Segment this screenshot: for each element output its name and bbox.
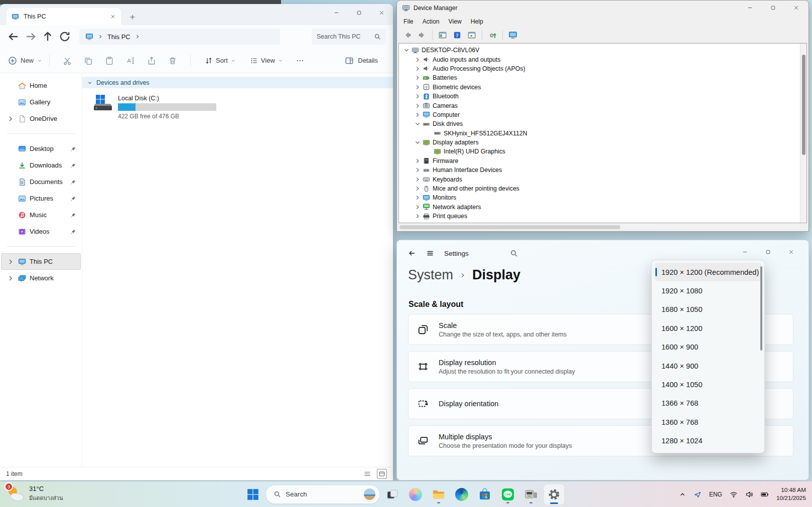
help-button[interactable]: ?: [451, 29, 464, 41]
resolution-option-1920-1080[interactable]: 1920 × 1080: [655, 281, 761, 300]
paste-button[interactable]: [105, 56, 114, 65]
maximize-button[interactable]: [348, 4, 370, 21]
sidebar-item-gallery[interactable]: Gallery: [1, 94, 81, 110]
search-icon[interactable]: [374, 33, 381, 40]
tree-item-audio-processing-objects-apos[interactable]: Audio Processing Objects (APOs): [400, 64, 806, 73]
resolution-option-1440-900[interactable]: 1440 × 900: [655, 357, 761, 375]
rename-button[interactable]: A: [126, 56, 135, 65]
resolution-option-1920-1200-recommended[interactable]: 1920 × 1200 (Recommended): [655, 263, 761, 281]
devices-view-button[interactable]: [506, 29, 519, 41]
up-button[interactable]: [41, 30, 54, 43]
chevron-down-icon[interactable]: [414, 120, 421, 127]
view-button[interactable]: View: [250, 57, 283, 65]
address-segment[interactable]: This PC: [107, 33, 130, 41]
chevron-right-icon[interactable]: [414, 84, 421, 91]
horizontal-scrollbar[interactable]: [398, 224, 800, 230]
chevron-right-icon[interactable]: [7, 258, 15, 266]
device-manager-button[interactable]: [521, 484, 541, 504]
tree-item-cameras[interactable]: Cameras: [400, 101, 806, 110]
group-header-devices-and-drives[interactable]: Devices and drives: [82, 77, 393, 88]
microsoft-store-button[interactable]: [475, 484, 495, 504]
forward-button[interactable]: [24, 30, 37, 43]
weather-widget[interactable]: 3 31°C มีแดดบางส่วน: [6, 484, 63, 503]
dropdown-scrollbar-thumb[interactable]: [760, 266, 762, 351]
scrollbar-thumb[interactable]: [802, 55, 805, 155]
tree-item-monitors[interactable]: Monitors: [400, 193, 806, 202]
file-explorer-button[interactable]: [429, 484, 449, 504]
sidebar-item-onedrive[interactable]: OneDrive: [1, 110, 81, 127]
share-button[interactable]: [147, 56, 156, 65]
chevron-down-icon[interactable]: [403, 47, 410, 54]
location-icon[interactable]: [694, 490, 702, 498]
drive-local-disk-c[interactable]: Local Disk (C:) 422 GB free of 476 GB: [93, 95, 393, 120]
sidebar-item-music[interactable]: Music: [1, 207, 81, 223]
volume-icon[interactable]: [745, 490, 753, 498]
settings-button[interactable]: [544, 484, 564, 504]
taskbar-search[interactable]: Search: [266, 485, 379, 503]
minimize-button[interactable]: [325, 4, 348, 21]
chevron-right-icon[interactable]: [414, 102, 421, 109]
sidebar-item-downloads[interactable]: Downloads: [1, 157, 81, 174]
chevron-right-icon[interactable]: [134, 34, 141, 40]
refresh-button[interactable]: [58, 30, 71, 43]
resolution-option-1600-1200[interactable]: 1600 × 1200: [655, 319, 761, 337]
list-view-toggle[interactable]: [362, 469, 372, 479]
chevron-right-icon[interactable]: [414, 56, 421, 63]
resolution-option-1366-768[interactable]: 1366 × 768: [655, 394, 761, 413]
start-button[interactable]: [243, 484, 263, 504]
tree-item-biometric-devices[interactable]: Biometric devices: [400, 83, 806, 92]
show-console-tree-button[interactable]: [436, 29, 449, 41]
chevron-right-icon[interactable]: [7, 115, 15, 123]
tree-item-desktop-c8vl06v[interactable]: DESKTOP-C8VL06V: [400, 46, 806, 55]
chevron-right-icon[interactable]: [414, 185, 421, 192]
chevron-right-icon[interactable]: [414, 213, 421, 220]
tree-item-network-adapters[interactable]: Network adapters: [400, 203, 806, 212]
address-bar[interactable]: This PC: [79, 29, 280, 45]
tree-item-display-adapters[interactable]: Display adapters: [400, 138, 806, 147]
sidebar-item-network[interactable]: Network: [1, 270, 81, 286]
sort-button[interactable]: Sort: [205, 57, 236, 65]
tree-item-disk-drives[interactable]: Disk drives: [400, 119, 806, 128]
resolution-option-1280-1024[interactable]: 1280 × 1024: [655, 432, 761, 450]
resolution-option-1400-1050[interactable]: 1400 × 1050: [655, 375, 761, 394]
tree-item-intel-r-uhd-graphics[interactable]: Intel(R) UHD Graphics: [400, 147, 806, 156]
show-action-pane-button[interactable]: [465, 29, 478, 41]
tray-overflow-button[interactable]: [679, 491, 686, 498]
chevron-right-icon[interactable]: [414, 166, 421, 174]
settings-search-icon[interactable]: [510, 249, 518, 257]
forward-button[interactable]: [416, 29, 429, 41]
large-view-toggle[interactable]: [377, 469, 387, 479]
close-button[interactable]: [370, 4, 393, 21]
edge-button[interactable]: [452, 484, 472, 504]
copy-button[interactable]: [84, 56, 93, 65]
chevron-right-icon[interactable]: [97, 34, 103, 40]
menu-action[interactable]: Action: [418, 17, 444, 27]
sidebar-item-pictures[interactable]: Pictures: [1, 190, 81, 207]
back-button[interactable]: [7, 30, 20, 43]
chevron-down-icon[interactable]: [87, 80, 93, 86]
minimize-button[interactable]: [738, 1, 761, 15]
explorer-tab-this-pc[interactable]: This PC: [7, 8, 121, 25]
tree-item-skhynix-hfs512gej4x112n[interactable]: SKHynix_HFS512GEJ4X112N: [400, 129, 806, 138]
explorer-search-input[interactable]: Search This PC: [312, 29, 386, 45]
maximize-button[interactable]: [761, 1, 784, 15]
close-button[interactable]: [784, 1, 807, 15]
scrollbar-thumb[interactable]: [399, 225, 620, 229]
menu-icon[interactable]: [426, 249, 434, 257]
chevron-right-icon[interactable]: [7, 274, 15, 282]
vertical-scrollbar[interactable]: [800, 44, 806, 223]
tree-item-print-queues[interactable]: Print queues: [400, 212, 806, 221]
wifi-icon[interactable]: [730, 490, 738, 498]
tree-item-human-interface-devices[interactable]: Human Interface Devices: [400, 165, 806, 175]
language-indicator[interactable]: ENG: [709, 491, 722, 498]
sidebar-item-documents[interactable]: Documents: [1, 174, 81, 190]
menu-view[interactable]: View: [444, 17, 466, 27]
sidebar-item-desktop[interactable]: Desktop: [1, 140, 81, 157]
tree-item-item[interactable]: [400, 221, 806, 223]
tree-item-batteries[interactable]: Batteries: [400, 73, 806, 82]
task-view-button[interactable]: [382, 484, 402, 504]
chevron-right-icon[interactable]: [414, 176, 421, 183]
details-toggle[interactable]: Details: [345, 56, 385, 65]
menu-help[interactable]: Help: [466, 17, 488, 27]
back-button[interactable]: [408, 249, 416, 257]
